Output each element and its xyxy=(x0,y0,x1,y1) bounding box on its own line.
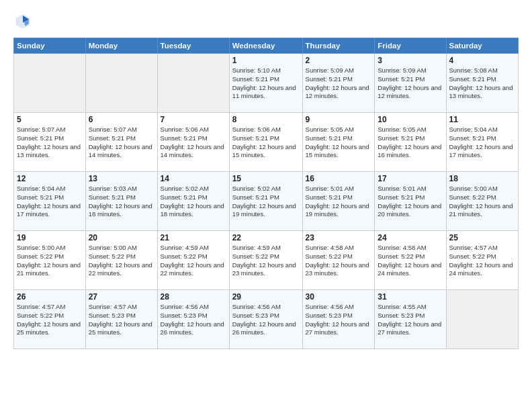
day-info: Sunrise: 5:00 AM Sunset: 5:22 PM Dayligh… xyxy=(449,185,516,219)
day-number: 11 xyxy=(449,115,516,124)
calendar-cell: 22Sunrise: 4:59 AM Sunset: 5:22 PM Dayli… xyxy=(229,231,302,290)
calendar-cell: 31Sunrise: 4:55 AM Sunset: 5:23 PM Dayli… xyxy=(375,290,446,349)
day-info: Sunrise: 5:01 AM Sunset: 5:21 PM Dayligh… xyxy=(378,185,443,219)
day-info: Sunrise: 4:56 AM Sunset: 5:23 PM Dayligh… xyxy=(232,303,300,337)
calendar-cell xyxy=(157,54,229,113)
day-info: Sunrise: 5:02 AM Sunset: 5:21 PM Dayligh… xyxy=(232,185,300,219)
calendar-cell: 28Sunrise: 4:56 AM Sunset: 5:23 PM Dayli… xyxy=(157,290,229,349)
calendar-cell: 7Sunrise: 5:06 AM Sunset: 5:21 PM Daylig… xyxy=(157,113,229,172)
day-number: 25 xyxy=(449,233,516,242)
calendar-cell xyxy=(85,54,157,113)
day-info: Sunrise: 5:06 AM Sunset: 5:21 PM Dayligh… xyxy=(161,126,226,160)
day-info: Sunrise: 5:07 AM Sunset: 5:21 PM Dayligh… xyxy=(89,126,154,160)
day-number: 31 xyxy=(378,292,443,302)
weekday-header: Sunday xyxy=(14,38,86,54)
calendar-cell: 2Sunrise: 5:09 AM Sunset: 5:21 PM Daylig… xyxy=(302,54,375,113)
calendar-cell: 8Sunrise: 5:06 AM Sunset: 5:21 PM Daylig… xyxy=(229,113,302,172)
day-number: 1 xyxy=(232,56,300,65)
day-number: 15 xyxy=(232,174,300,183)
weekday-header: Monday xyxy=(85,38,157,54)
day-info: Sunrise: 5:09 AM Sunset: 5:21 PM Dayligh… xyxy=(306,66,372,101)
day-info: Sunrise: 4:58 AM Sunset: 5:22 PM Dayligh… xyxy=(378,244,443,278)
calendar-cell: 16Sunrise: 5:01 AM Sunset: 5:21 PM Dayli… xyxy=(302,172,375,231)
calendar-week-row: 1Sunrise: 5:10 AM Sunset: 5:21 PM Daylig… xyxy=(14,54,519,113)
day-number: 3 xyxy=(378,56,443,65)
day-info: Sunrise: 5:08 AM Sunset: 5:21 PM Dayligh… xyxy=(449,66,516,101)
calendar-cell: 9Sunrise: 5:05 AM Sunset: 5:21 PM Daylig… xyxy=(302,113,375,172)
day-number: 6 xyxy=(89,115,154,124)
weekday-header: Thursday xyxy=(302,38,375,54)
header xyxy=(13,12,519,31)
day-number: 14 xyxy=(161,174,226,183)
day-number: 30 xyxy=(306,292,372,302)
weekday-header: Saturday xyxy=(446,38,519,54)
calendar-week-row: 12Sunrise: 5:04 AM Sunset: 5:21 PM Dayli… xyxy=(14,172,519,231)
day-info: Sunrise: 4:55 AM Sunset: 5:23 PM Dayligh… xyxy=(378,303,443,337)
calendar-week-row: 19Sunrise: 5:00 AM Sunset: 5:22 PM Dayli… xyxy=(14,231,519,290)
calendar-cell: 12Sunrise: 5:04 AM Sunset: 5:21 PM Dayli… xyxy=(14,172,86,231)
day-info: Sunrise: 5:05 AM Sunset: 5:21 PM Dayligh… xyxy=(378,126,443,160)
day-info: Sunrise: 4:56 AM Sunset: 5:23 PM Dayligh… xyxy=(306,303,372,337)
calendar-table: SundayMondayTuesdayWednesdayThursdayFrid… xyxy=(13,38,519,349)
calendar-cell: 11Sunrise: 5:04 AM Sunset: 5:21 PM Dayli… xyxy=(446,113,519,172)
day-number: 21 xyxy=(161,233,226,242)
day-info: Sunrise: 4:57 AM Sunset: 5:22 PM Dayligh… xyxy=(17,303,83,337)
day-number: 17 xyxy=(378,174,443,183)
day-info: Sunrise: 4:59 AM Sunset: 5:22 PM Dayligh… xyxy=(161,244,226,278)
day-number: 22 xyxy=(232,233,300,242)
calendar-cell: 24Sunrise: 4:58 AM Sunset: 5:22 PM Dayli… xyxy=(375,231,446,290)
day-info: Sunrise: 5:00 AM Sunset: 5:22 PM Dayligh… xyxy=(89,244,154,278)
day-number: 27 xyxy=(89,292,154,302)
day-number: 18 xyxy=(449,174,516,183)
day-number: 28 xyxy=(161,292,226,302)
calendar-cell: 5Sunrise: 5:07 AM Sunset: 5:21 PM Daylig… xyxy=(14,113,86,172)
day-number: 9 xyxy=(306,115,372,124)
day-number: 10 xyxy=(378,115,443,124)
calendar-cell: 29Sunrise: 4:56 AM Sunset: 5:23 PM Dayli… xyxy=(229,290,302,349)
day-info: Sunrise: 4:56 AM Sunset: 5:23 PM Dayligh… xyxy=(161,303,226,337)
calendar-cell: 21Sunrise: 4:59 AM Sunset: 5:22 PM Dayli… xyxy=(157,231,229,290)
calendar-cell: 15Sunrise: 5:02 AM Sunset: 5:21 PM Dayli… xyxy=(229,172,302,231)
day-number: 23 xyxy=(306,233,372,242)
day-number: 8 xyxy=(232,115,300,124)
calendar-cell: 4Sunrise: 5:08 AM Sunset: 5:21 PM Daylig… xyxy=(446,54,519,113)
calendar-cell: 6Sunrise: 5:07 AM Sunset: 5:21 PM Daylig… xyxy=(85,113,157,172)
calendar-cell: 18Sunrise: 5:00 AM Sunset: 5:22 PM Dayli… xyxy=(446,172,519,231)
day-number: 7 xyxy=(161,115,226,124)
calendar-cell: 3Sunrise: 5:09 AM Sunset: 5:21 PM Daylig… xyxy=(375,54,446,113)
day-info: Sunrise: 5:02 AM Sunset: 5:21 PM Dayligh… xyxy=(161,185,226,219)
day-info: Sunrise: 4:57 AM Sunset: 5:22 PM Dayligh… xyxy=(449,244,516,278)
calendar-cell: 27Sunrise: 4:57 AM Sunset: 5:23 PM Dayli… xyxy=(85,290,157,349)
day-info: Sunrise: 5:05 AM Sunset: 5:21 PM Dayligh… xyxy=(306,126,372,160)
day-info: Sunrise: 5:10 AM Sunset: 5:21 PM Dayligh… xyxy=(232,66,300,101)
day-number: 12 xyxy=(17,174,83,183)
day-number: 19 xyxy=(17,233,83,242)
day-number: 16 xyxy=(306,174,372,183)
day-info: Sunrise: 5:07 AM Sunset: 5:21 PM Dayligh… xyxy=(17,126,83,160)
calendar-cell: 14Sunrise: 5:02 AM Sunset: 5:21 PM Dayli… xyxy=(157,172,229,231)
calendar-cell: 10Sunrise: 5:05 AM Sunset: 5:21 PM Dayli… xyxy=(375,113,446,172)
calendar-cell: 17Sunrise: 5:01 AM Sunset: 5:21 PM Dayli… xyxy=(375,172,446,231)
calendar-cell: 20Sunrise: 5:00 AM Sunset: 5:22 PM Dayli… xyxy=(85,231,157,290)
day-number: 20 xyxy=(89,233,154,242)
day-info: Sunrise: 5:04 AM Sunset: 5:21 PM Dayligh… xyxy=(449,126,516,160)
logo-icon xyxy=(13,12,32,31)
weekday-header: Wednesday xyxy=(229,38,302,54)
calendar-cell xyxy=(14,54,86,113)
weekday-header-row: SundayMondayTuesdayWednesdayThursdayFrid… xyxy=(14,38,519,54)
day-info: Sunrise: 5:09 AM Sunset: 5:21 PM Dayligh… xyxy=(378,66,443,101)
calendar-week-row: 26Sunrise: 4:57 AM Sunset: 5:22 PM Dayli… xyxy=(14,290,519,349)
calendar-cell: 23Sunrise: 4:58 AM Sunset: 5:22 PM Dayli… xyxy=(302,231,375,290)
calendar-cell: 19Sunrise: 5:00 AM Sunset: 5:22 PM Dayli… xyxy=(14,231,86,290)
day-number: 4 xyxy=(449,56,516,65)
calendar-cell xyxy=(446,290,519,349)
day-info: Sunrise: 4:59 AM Sunset: 5:22 PM Dayligh… xyxy=(232,244,300,278)
page: SundayMondayTuesdayWednesdayThursdayFrid… xyxy=(0,0,532,411)
day-number: 2 xyxy=(306,56,372,65)
calendar-cell: 13Sunrise: 5:03 AM Sunset: 5:21 PM Dayli… xyxy=(85,172,157,231)
day-number: 24 xyxy=(378,233,443,242)
day-info: Sunrise: 4:57 AM Sunset: 5:23 PM Dayligh… xyxy=(89,303,154,337)
day-info: Sunrise: 5:06 AM Sunset: 5:21 PM Dayligh… xyxy=(232,126,300,160)
day-info: Sunrise: 5:01 AM Sunset: 5:21 PM Dayligh… xyxy=(306,185,372,219)
day-number: 5 xyxy=(17,115,83,124)
